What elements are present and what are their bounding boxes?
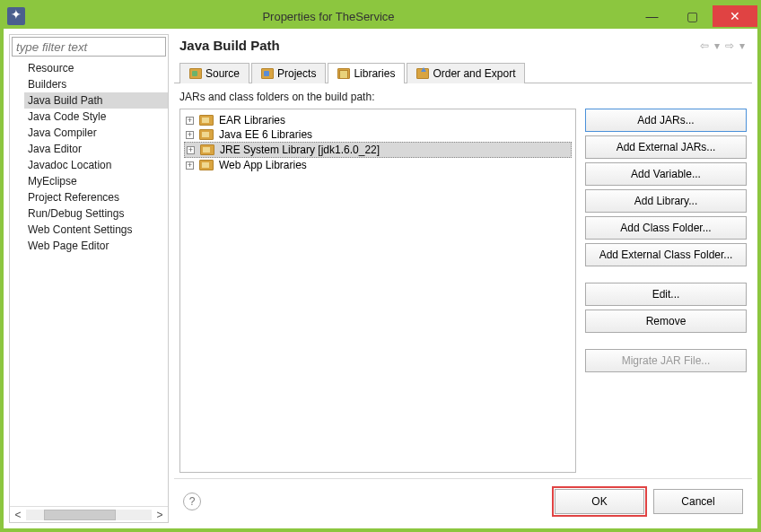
library-label: Web App Libraries	[219, 159, 307, 171]
sidebar-item[interactable]: Java Compiler	[24, 125, 168, 141]
library-icon	[199, 115, 214, 126]
tab-label: Order and Export	[433, 67, 515, 80]
scroll-left-icon[interactable]: <	[10, 509, 26, 521]
cancel-button[interactable]: Cancel	[653, 489, 743, 514]
tab[interactable]: Projects	[251, 63, 326, 83]
button-spacer	[585, 336, 747, 345]
library-icon	[200, 144, 214, 155]
sidebar-item[interactable]: Java Editor	[24, 141, 168, 157]
tab-label: Source	[206, 67, 240, 80]
nav-forward-icon[interactable]: ⇨	[723, 39, 736, 52]
filter-input[interactable]	[12, 37, 166, 57]
dialog-content: ResourceBuildersJava Build PathJava Code…	[4, 29, 757, 528]
category-sidebar: ResourceBuildersJava Build PathJava Code…	[9, 34, 169, 523]
libraries-description: JARs and class folders on the build path…	[179, 91, 747, 103]
expand-icon[interactable]: +	[186, 161, 194, 170]
lib-tab-icon	[337, 68, 350, 79]
library-label: EAR Libraries	[219, 114, 285, 126]
button-spacer	[585, 270, 747, 279]
libraries-list[interactable]: +EAR Libraries+Java EE 6 Libraries+JRE S…	[179, 109, 576, 473]
app-icon	[7, 7, 25, 25]
scroll-thumb[interactable]	[44, 510, 116, 520]
tab-label: Projects	[277, 67, 316, 80]
tab[interactable]: Libraries	[328, 63, 405, 83]
add-library-button[interactable]: Add Library...	[585, 189, 747, 213]
scroll-track[interactable]	[26, 510, 152, 520]
add-external-class-folder-button[interactable]: Add External Class Folder...	[585, 243, 747, 266]
sidebar-item[interactable]: Project References	[24, 189, 168, 205]
minimize-button[interactable]: —	[632, 5, 672, 27]
page-title: Java Build Path	[179, 38, 280, 53]
titlebar: Properties for TheService — ▢ ✕	[4, 4, 757, 29]
add-class-folder-button[interactable]: Add Class Folder...	[585, 216, 747, 240]
tab-bar: SourceProjectsLibrariesOrder and Export	[174, 62, 752, 83]
edit-button[interactable]: Edit...	[585, 283, 747, 306]
add-external-jars-button[interactable]: Add External JARs...	[585, 135, 747, 159]
library-item[interactable]: +EAR Libraries	[184, 113, 572, 127]
migrate-jar-button: Migrate JAR File...	[585, 349, 747, 372]
ok-button[interactable]: OK	[555, 489, 644, 514]
page-header: Java Build Path ⇦ ▾ ⇨ ▾	[174, 34, 752, 62]
ord-tab-icon	[416, 68, 429, 79]
src-tab-icon	[189, 68, 202, 79]
library-item[interactable]: +Java EE 6 Libraries	[184, 127, 572, 142]
library-label: Java EE 6 Libraries	[219, 128, 312, 141]
window-title: Properties for TheService	[25, 10, 632, 23]
libraries-area: +EAR Libraries+Java EE 6 Libraries+JRE S…	[179, 109, 747, 473]
category-tree[interactable]: ResourceBuildersJava Build PathJava Code…	[10, 58, 168, 506]
libraries-button-column: Add JARs... Add External JARs... Add Var…	[585, 109, 747, 473]
add-variable-button[interactable]: Add Variable...	[585, 162, 747, 186]
sidebar-item[interactable]: Java Code Style	[24, 109, 168, 125]
prj-tab-icon	[261, 68, 274, 79]
footer-buttons: OK Cancel	[555, 489, 743, 514]
expand-icon[interactable]: +	[186, 131, 194, 139]
nav-forward-menu-icon[interactable]: ▾	[738, 39, 747, 52]
library-icon	[199, 160, 214, 170]
properties-dialog: Properties for TheService — ▢ ✕ Resource…	[0, 0, 761, 532]
dialog-footer: ? OK Cancel	[174, 478, 752, 523]
add-jars-button[interactable]: Add JARs...	[585, 109, 747, 132]
nav-back-icon[interactable]: ⇦	[698, 39, 711, 52]
maximize-button[interactable]: ▢	[672, 5, 713, 27]
main-panel: Java Build Path ⇦ ▾ ⇨ ▾ SourceProjectsLi…	[174, 34, 752, 523]
library-label: JRE System Library [jdk1.6.0_22]	[220, 144, 380, 156]
tab-label: Libraries	[354, 67, 395, 80]
sidebar-item[interactable]: Resource	[24, 60, 168, 76]
sidebar-scrollbar[interactable]: < >	[10, 506, 168, 522]
sidebar-item[interactable]: Run/Debug Settings	[24, 205, 168, 222]
library-item[interactable]: +Web App Libraries	[184, 158, 572, 172]
sidebar-item[interactable]: Javadoc Location	[24, 157, 168, 173]
library-item[interactable]: +JRE System Library [jdk1.6.0_22]	[184, 142, 572, 158]
nav-back-menu-icon[interactable]: ▾	[713, 39, 722, 52]
tab[interactable]: Source	[179, 63, 249, 83]
sidebar-item[interactable]: Web Content Settings	[24, 222, 168, 238]
close-button[interactable]: ✕	[713, 5, 757, 27]
libraries-tab-panel: JARs and class folders on the build path…	[174, 83, 752, 478]
library-icon	[199, 129, 214, 140]
remove-button[interactable]: Remove	[585, 310, 747, 333]
sidebar-item[interactable]: Builders	[24, 76, 168, 92]
help-icon[interactable]: ?	[183, 493, 201, 510]
tab[interactable]: Order and Export	[407, 63, 525, 83]
scroll-right-icon[interactable]: >	[152, 509, 168, 521]
sidebar-item[interactable]: Web Page Editor	[24, 238, 168, 254]
expand-icon[interactable]: +	[186, 117, 194, 125]
expand-icon[interactable]: +	[187, 146, 195, 154]
window-controls: — ▢ ✕	[632, 5, 757, 27]
sidebar-item[interactable]: Java Build Path	[24, 92, 168, 109]
sidebar-item[interactable]: MyEclipse	[24, 173, 168, 189]
header-nav: ⇦ ▾ ⇨ ▾	[698, 39, 747, 52]
